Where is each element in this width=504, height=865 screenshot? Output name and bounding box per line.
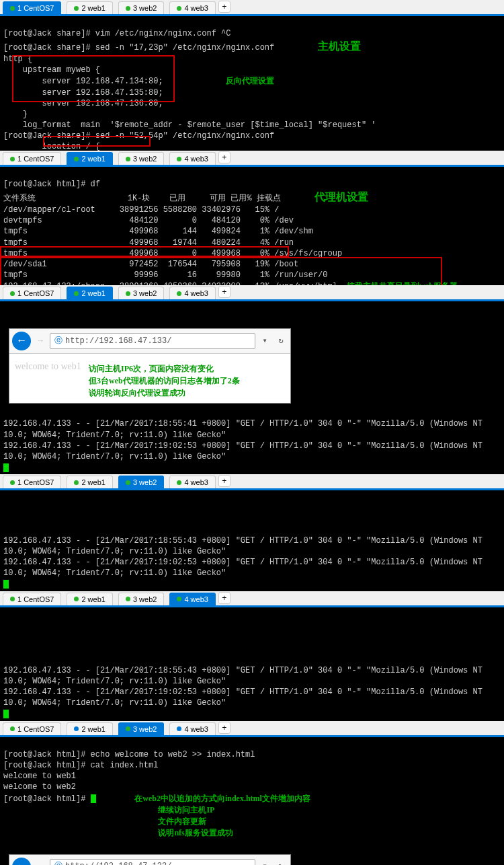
status-dot-icon xyxy=(126,6,130,11)
status-dot-icon xyxy=(10,726,15,731)
status-dot-icon xyxy=(74,291,79,296)
status-dot-icon xyxy=(126,157,130,161)
status-dot-icon xyxy=(10,480,15,485)
df-row: /dev/mapper/cl-root 38991256 5588280 334… xyxy=(3,205,279,215)
access-log: 192.168.47.133 - - [21/Mar/2017:18:55:43… xyxy=(3,666,482,708)
add-tab-button[interactable]: + xyxy=(218,592,230,604)
tabbar-1: 1 CentOS7 2 web1 3 web2 4 web3 + xyxy=(0,0,504,16)
dropdown-icon[interactable]: ▾ xyxy=(258,861,271,865)
tab-web2[interactable]: 3 web2 xyxy=(118,287,164,299)
status-dot-icon xyxy=(74,726,79,731)
annot-visit-1: 访问主机IP6次，页面内容没有变化 xyxy=(89,363,285,375)
status-dot-icon xyxy=(74,6,79,11)
status-dot-icon xyxy=(74,597,79,601)
tabbar-4: 1 CentOS7 2 web1 3 web2 4 web3 + xyxy=(0,474,504,490)
terminal-web2-logs[interactable]: 192.168.47.133 - - [21/Mar/2017:18:55:43… xyxy=(0,490,504,591)
terminal-web1-df[interactable]: [root@Jack html]# df 文件系统 1K-块 已用 可用 已用%… xyxy=(0,167,504,285)
tab-centos7[interactable]: 1 CentOS7 xyxy=(3,593,61,605)
tab-web3[interactable]: 4 web3 xyxy=(169,476,215,488)
status-dot-icon xyxy=(126,726,130,731)
dropdown-icon[interactable]: ▾ xyxy=(258,336,271,346)
highlight-echo-cat xyxy=(0,257,442,285)
annot-append-2: 继续访问主机IP xyxy=(158,805,214,815)
tab-web3[interactable]: 4 web3 xyxy=(169,152,215,165)
term-line: [root@Jack html]# xyxy=(3,794,91,804)
add-tab-button[interactable]: + xyxy=(218,286,230,298)
back-button-icon[interactable]: ← xyxy=(12,858,31,865)
annot-visit-3: 说明轮询反向代理设置成功 xyxy=(89,387,285,399)
add-tab-button[interactable]: + xyxy=(218,1,230,13)
tab-web1[interactable]: 2 web1 xyxy=(67,152,112,165)
ie-icon: ⓔ xyxy=(54,861,62,865)
address-bar[interactable]: ⓔhttp://192.168.47.133/ xyxy=(50,859,255,865)
tab-centos7[interactable]: 1 CentOS7 xyxy=(3,287,61,299)
status-dot-icon xyxy=(177,291,181,296)
status-dot-icon xyxy=(10,291,15,296)
terminal-host[interactable]: [root@Jack share]# vim /etc/nginx/nginx.… xyxy=(0,16,504,151)
terminal-web3-logs[interactable]: 192.168.47.133 - - [21/Mar/2017:18:55:43… xyxy=(0,607,504,721)
df-header: 文件系统 1K-块 已用 可用 已用% 挂载点 xyxy=(3,194,281,203)
forward-button-icon: → xyxy=(34,861,47,865)
tab-web1[interactable]: 2 web1 xyxy=(67,287,112,299)
forward-button-icon: → xyxy=(34,336,47,346)
browser-window: ← → ⓔhttp://192.168.47.133/ ▾ ↻ welcome … xyxy=(9,328,291,404)
tab-web3[interactable]: 4 web3 xyxy=(169,287,215,299)
term-line: log_format main '$remote_addr - $remote_… xyxy=(3,120,376,130)
tab-web1[interactable]: 2 web1 xyxy=(67,593,112,605)
tab-web1[interactable]: 2 web1 xyxy=(67,476,112,488)
tab-web2[interactable]: 3 web2 xyxy=(118,593,164,605)
term-line: welcome to web1 xyxy=(3,772,76,781)
browser-body: welcome to web1 访问主机IP6次，页面内容没有变化 但3台web… xyxy=(9,354,290,403)
status-dot-icon xyxy=(10,597,15,601)
term-line: [root@Jack html]# cat index.html xyxy=(3,761,158,770)
terminal-web2-append[interactable]: [root@Jack html]# echo welcome to web2 >… xyxy=(0,737,504,865)
tab-web1[interactable]: 2 web1 xyxy=(67,1,112,14)
add-tab-button[interactable]: + xyxy=(218,151,230,163)
tabbar-6: 1 CentOS7 2 web1 3 web2 4 web3 + xyxy=(0,721,504,737)
term-line: [root@Jack html]# df xyxy=(3,180,100,189)
term-line: } xyxy=(3,110,28,119)
tabbar-5: 1 CentOS7 2 web1 3 web2 4 web3 + xyxy=(0,591,504,607)
df-row: tmpfs 499968 144 499824 1% /dev/shm xyxy=(3,227,313,236)
terminal-web1-logs[interactable]: ← → ⓔhttp://192.168.47.133/ ▾ ↻ welcome … xyxy=(0,301,504,474)
cursor-icon xyxy=(91,794,96,803)
annot-host: 主机设置 xyxy=(318,40,361,52)
status-dot-icon xyxy=(177,157,181,161)
access-log: 192.168.47.133 - - [21/Mar/2017:18:55:41… xyxy=(3,419,482,461)
add-tab-button[interactable]: + xyxy=(218,722,230,734)
highlight-proxypass xyxy=(43,136,151,147)
browser-window-2: ← → ⓔhttp://192.168.47.133/ ▾ ↻ welcome … xyxy=(9,854,291,865)
tab-web1[interactable]: 2 web1 xyxy=(67,722,112,735)
status-dot-icon xyxy=(177,480,181,485)
term-line: [root@Jack share]# sed -n "17,23p" /etc/… xyxy=(3,43,274,52)
refresh-icon[interactable]: ↻ xyxy=(274,336,288,346)
annot-agent: 代理机设置 xyxy=(314,191,368,202)
term-line: [root@Jack share]# vim /etc/nginx/nginx.… xyxy=(3,29,230,38)
tab-centos7[interactable]: 1 CentOS7 xyxy=(3,476,61,488)
status-dot-icon xyxy=(74,480,79,485)
cursor-icon xyxy=(3,463,9,472)
tab-web2[interactable]: 3 web2 xyxy=(118,476,164,488)
add-tab-button[interactable]: + xyxy=(218,475,230,487)
tab-centos7[interactable]: 1 CentOS7 xyxy=(3,1,61,14)
status-dot-icon xyxy=(177,6,181,11)
status-dot-icon xyxy=(177,597,181,601)
status-dot-icon xyxy=(126,480,130,485)
tab-web3[interactable]: 4 web3 xyxy=(169,1,215,14)
tab-web3[interactable]: 4 web3 xyxy=(169,593,215,605)
status-dot-icon xyxy=(126,597,130,601)
back-button-icon[interactable]: ← xyxy=(12,332,31,350)
tabbar-2: 1 CentOS7 2 web1 3 web2 4 web3 + xyxy=(0,151,504,167)
tab-centos7[interactable]: 1 CentOS7 xyxy=(3,722,61,735)
term-line: [root@Jack html]# echo welcome to web2 >… xyxy=(3,750,255,759)
refresh-icon[interactable]: ↻ xyxy=(274,861,288,865)
tab-web2[interactable]: 3 web2 xyxy=(118,722,164,735)
tab-web2[interactable]: 3 web2 xyxy=(118,1,164,14)
tab-web2[interactable]: 3 web2 xyxy=(118,152,164,165)
cursor-icon xyxy=(3,580,9,589)
tab-web3[interactable]: 4 web3 xyxy=(169,722,215,735)
address-bar[interactable]: ⓔhttp://192.168.47.133/ xyxy=(50,333,255,349)
tab-centos7[interactable]: 1 CentOS7 xyxy=(3,152,61,165)
highlight-nfs-mount xyxy=(0,246,289,257)
ie-icon: ⓔ xyxy=(54,336,62,346)
